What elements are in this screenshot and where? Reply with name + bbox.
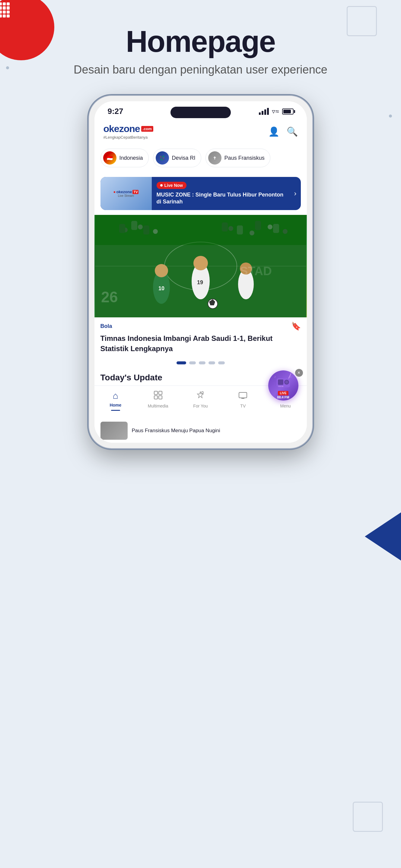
topic-avatar-paus: ✝ <box>208 151 222 164</box>
search-icon[interactable]: 🔍 <box>287 126 298 137</box>
svg-point-18 <box>250 230 254 236</box>
live-arrow-icon: › <box>294 189 296 198</box>
topics-bar: 🇮🇩 Indonesia 💱 Devisa RI ✝ Paus Fransisk… <box>94 144 307 172</box>
svg-point-46 <box>279 386 280 387</box>
phone-frame: 9:27 ▿≈ okezone .com <box>89 96 312 448</box>
page-subtitle: Desain baru dengan peningkatan user expe… <box>0 62 401 78</box>
svg-point-47 <box>280 386 282 387</box>
phone-wrapper: 9:27 ▿≈ okezone .com <box>0 96 401 448</box>
live-title: MUSIC ZONE : Single Baru Tulus Hibur Pen… <box>156 191 289 206</box>
svg-text:19: 19 <box>197 279 203 285</box>
status-icons: ▿≈ <box>259 107 293 116</box>
topic-chip-devisa[interactable]: 💱 Devisa RI <box>153 149 201 167</box>
svg-rect-24 <box>222 222 228 231</box>
svg-rect-35 <box>239 393 247 398</box>
multimedia-icon <box>153 391 163 402</box>
svg-rect-26 <box>255 221 261 230</box>
radio-body[interactable]: ♪ ♫ LIVE 88.4 FM <box>268 370 298 401</box>
status-bar: 9:27 ▿≈ <box>94 101 307 119</box>
nav-active-underline <box>111 410 120 411</box>
svg-rect-23 <box>143 225 149 235</box>
nav-label-tv: TV <box>240 404 246 408</box>
nav-item-multimedia[interactable]: Multimedia <box>137 389 179 412</box>
live-banner[interactable]: ● okezoneTV Live Stream Live Now MUSIC Z… <box>101 177 301 210</box>
signal-icon <box>259 108 269 115</box>
topic-chip-indonesia[interactable]: 🇮🇩 Indonesia <box>101 149 149 167</box>
svg-point-20 <box>283 229 288 234</box>
svg-rect-42 <box>278 379 283 385</box>
topic-chip-paus[interactable]: ✝ Paus Fransiskus <box>205 149 270 167</box>
page-header: Homepage Desain baru dengan peningkatan … <box>0 0 401 90</box>
svg-rect-21 <box>119 224 125 233</box>
live-badge: Live Now <box>156 182 187 189</box>
battery-icon <box>282 108 294 115</box>
logo-dot-com: .com <box>141 126 153 132</box>
logo-tagline: #LengkapCepatBeritanya <box>104 135 153 140</box>
svg-point-48 <box>282 386 283 387</box>
svg-rect-22 <box>131 221 137 230</box>
topic-avatar-devisa: 💱 <box>156 151 169 164</box>
nav-label-menu: Menu <box>280 404 291 408</box>
svg-point-6 <box>155 264 168 277</box>
football-scene-svg: 10 19 <box>94 215 307 317</box>
okezonetv-logo: ● okezoneTV Live Stream <box>113 190 139 197</box>
svg-rect-32 <box>154 396 157 399</box>
status-time: 9:27 <box>108 107 123 116</box>
wifi-icon: ▿≈ <box>272 107 279 116</box>
radio-live-label: LIVE <box>278 391 288 396</box>
svg-text:STAD: STAD <box>240 264 272 278</box>
svg-rect-30 <box>154 391 157 395</box>
nav-item-foryou[interactable]: For You <box>179 389 222 412</box>
logo-okezone-text: okezone <box>104 123 140 134</box>
radio-illustration: ♪ ♫ <box>274 372 292 390</box>
topic-label-indonesia: Indonesia <box>119 155 143 161</box>
svg-point-19 <box>268 224 273 229</box>
news-meta: Bola 🔖 <box>94 317 307 333</box>
dot-1[interactable] <box>176 361 186 364</box>
floating-radio[interactable]: × <box>268 370 302 404</box>
live-thumbnail: ● okezoneTV Live Stream <box>101 177 152 210</box>
news-category: Bola <box>101 323 112 330</box>
live-content: Live Now MUSIC ZONE : Single Baru Tulus … <box>152 178 294 210</box>
app-header: okezone .com #LengkapCepatBeritanya 👤 🔍 <box>94 119 307 144</box>
news-title: Timnas Indonesia Imbangi Arab Saudi 1-1,… <box>94 333 307 358</box>
topic-label-paus: Paus Fransiskus <box>225 155 265 161</box>
profile-icon[interactable]: 👤 <box>268 126 279 137</box>
svg-point-15 <box>138 224 143 229</box>
notch <box>170 107 231 118</box>
tv-icon <box>238 391 248 402</box>
svg-point-9 <box>193 256 208 270</box>
nav-item-home[interactable]: ⌂ Home <box>94 389 137 412</box>
dot-4[interactable] <box>208 361 215 364</box>
bottom-news-thumb <box>101 422 127 440</box>
page-title: Homepage <box>0 24 401 59</box>
svg-point-34 <box>202 392 203 393</box>
svg-point-17 <box>228 226 233 231</box>
logo-text-group: okezone .com <box>104 123 153 134</box>
svg-text:10: 10 <box>159 285 165 291</box>
svg-point-44 <box>285 381 288 384</box>
pagination-dots <box>94 358 307 369</box>
dot-3[interactable] <box>199 361 205 364</box>
dot-2[interactable] <box>189 361 196 364</box>
dot-5[interactable] <box>218 361 225 364</box>
svg-text:♫: ♫ <box>289 375 292 378</box>
radio-frequency: 88.4 FM <box>277 396 289 399</box>
svg-text:26: 26 <box>101 289 118 306</box>
svg-rect-27 <box>273 224 279 233</box>
bookmark-icon[interactable]: 🔖 <box>291 321 301 331</box>
phone-screen: 9:27 ▿≈ okezone .com <box>94 101 307 443</box>
svg-rect-25 <box>237 225 243 235</box>
topic-avatar-indonesia: 🇮🇩 <box>103 151 116 164</box>
svg-point-16 <box>153 229 158 234</box>
news-main-image: 10 19 <box>94 215 307 317</box>
nav-label-multimedia: Multimedia <box>148 404 168 408</box>
svg-rect-33 <box>159 396 162 399</box>
nav-item-tv[interactable]: TV <box>222 389 264 412</box>
okezone-logo: okezone .com #LengkapCepatBeritanya <box>104 123 153 140</box>
radio-close-button[interactable]: × <box>295 369 303 377</box>
header-icons: 👤 🔍 <box>268 126 298 137</box>
nav-label-foryou: For You <box>193 404 208 408</box>
svg-rect-31 <box>159 391 162 395</box>
svg-text:♪: ♪ <box>274 375 276 378</box>
